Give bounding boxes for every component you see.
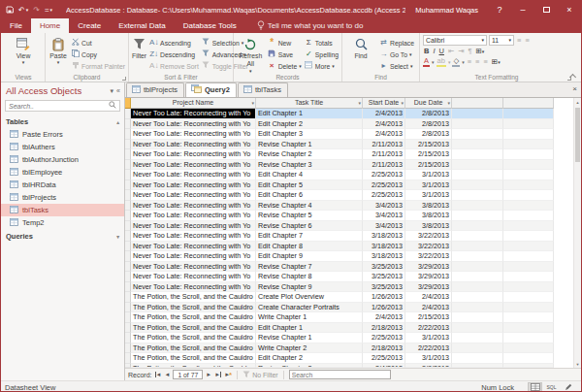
cell-project-name[interactable]: Never Too Late: Reconnecting with Yo: [131, 109, 256, 119]
cell-task-title[interactable]: Create Plot Overview: [256, 292, 363, 303]
cell-empty[interactable]: [452, 343, 503, 354]
cell-empty[interactable]: [503, 180, 554, 191]
indent-increase-icon[interactable]: ⇥: [457, 47, 465, 56]
cell-due-date[interactable]: 3/1/2013: [405, 190, 452, 201]
cell-empty[interactable]: [503, 231, 554, 242]
cell-empty[interactable]: [503, 190, 554, 201]
cell-empty[interactable]: [503, 333, 554, 343]
replace-button[interactable]: ⇄ Replace: [379, 37, 414, 49]
shutter-bar-close-icon[interactable]: «: [116, 87, 120, 94]
cell-start-date[interactable]: 3/18/2013: [363, 251, 405, 262]
cell-empty[interactable]: [503, 211, 554, 221]
cell-empty[interactable]: [503, 170, 554, 180]
cell-start-date[interactable]: 3/25/2013: [363, 262, 405, 273]
cell-project-name[interactable]: Never Too Late: Reconnecting with Yo: [131, 211, 256, 221]
cell-task-title[interactable]: Revise Chapter 1: [256, 333, 363, 343]
cell-empty[interactable]: [452, 221, 503, 232]
cell-due-date[interactable]: 3/8/2013: [405, 211, 452, 221]
cell-task-title[interactable]: Revise Chapter 5: [256, 211, 363, 221]
account-name[interactable]: Muhammad Waqas: [415, 6, 478, 15]
cell-start-date[interactable]: 3/4/2013: [363, 201, 405, 212]
tab-file[interactable]: File: [1, 18, 31, 33]
delete-record-button[interactable]: × Delete▾: [268, 60, 302, 72]
nav-search-input[interactable]: [9, 103, 109, 110]
cell-project-name[interactable]: Never Too Late: Reconnecting with Yo: [131, 242, 256, 252]
cell-due-date[interactable]: 2/4/2013: [405, 303, 452, 313]
cell-task-title[interactable]: Revise Chapter 4: [256, 201, 363, 212]
cell-empty[interactable]: [503, 251, 554, 262]
cell-empty[interactable]: [452, 282, 503, 293]
cell-due-date[interactable]: 3/1/2013: [405, 353, 452, 364]
maximize-button[interactable]: [534, 1, 558, 18]
sidebar-item-tblhrdata[interactable]: tblHRData: [1, 179, 124, 191]
cell-start-date[interactable]: 2/4/2013: [363, 119, 405, 130]
cell-empty[interactable]: [503, 160, 554, 171]
cell-empty[interactable]: [452, 211, 503, 221]
cell-empty[interactable]: [452, 170, 503, 180]
cell-task-title[interactable]: Edit Chapter 9: [256, 251, 363, 262]
cell-project-name[interactable]: Never Too Late: Reconnecting with Yo: [131, 201, 256, 212]
first-record-button[interactable]: ◄: [155, 372, 162, 377]
clipboard-dialog-launcher-icon[interactable]: [122, 77, 126, 81]
design-view-icon[interactable]: [561, 382, 575, 392]
cell-task-title[interactable]: Edit Chapter 2: [256, 353, 363, 364]
cell-task-title[interactable]: Edit Chapter 1: [256, 109, 363, 119]
cell-empty[interactable]: [452, 333, 503, 343]
cell-empty[interactable]: [452, 190, 503, 201]
remove-sort-button[interactable]: A↓ Remove Sort: [149, 60, 199, 72]
record-position[interactable]: 1 of 77: [173, 370, 203, 379]
save-record-button[interactable]: Save: [268, 49, 302, 60]
datasheet-view-icon[interactable]: [528, 382, 542, 392]
cell-due-date[interactable]: 3/8/2013: [405, 364, 452, 369]
cell-start-date[interactable]: 3/4/2013: [363, 364, 405, 369]
close-button[interactable]: ×: [558, 1, 581, 18]
align-left-icon[interactable]: ≡: [467, 57, 472, 67]
highlight-color-icon[interactable]: ab: [436, 57, 446, 67]
cell-due-date[interactable]: 2/15/2013: [405, 149, 452, 160]
column-header-task-title[interactable]: Task Title▾: [256, 98, 363, 109]
cell-empty[interactable]: [503, 221, 554, 232]
sidebar-item-tblprojects[interactable]: tblProjects: [1, 191, 124, 204]
column-dropdown-icon[interactable]: ▾: [358, 98, 361, 108]
cell-start-date[interactable]: 3/4/2013: [363, 221, 405, 232]
view-button[interactable]: View▾: [8, 35, 39, 65]
cell-due-date[interactable]: 2/4/2013: [405, 292, 452, 303]
cell-project-name[interactable]: Never Too Late: Reconnecting with Yo: [131, 140, 256, 150]
cell-start-date[interactable]: 2/4/2013: [363, 129, 405, 140]
cell-task-title[interactable]: Edit Chapter 7: [256, 231, 363, 242]
cell-due-date[interactable]: 3/29/2013: [405, 282, 452, 293]
cell-start-date[interactable]: 2/18/2013: [363, 343, 405, 354]
scroll-up-icon[interactable]: ▲: [574, 98, 581, 106]
tab-home[interactable]: Home: [31, 18, 69, 33]
gridlines-icon[interactable]: ⊞▾: [475, 47, 486, 56]
cell-start-date[interactable]: 2/11/2013: [363, 149, 405, 160]
cell-project-name[interactable]: Never Too Late: Reconnecting with Yo: [131, 149, 256, 160]
cell-start-date[interactable]: 2/11/2013: [363, 160, 405, 171]
numbered-list-icon[interactable]: ≡: [524, 36, 530, 46]
cell-start-date[interactable]: 3/18/2013: [363, 242, 405, 252]
cell-task-title[interactable]: Edit Chapter 3: [256, 129, 363, 140]
more-button[interactable]: More▾: [305, 60, 339, 72]
minimize-button[interactable]: –: [511, 1, 534, 18]
column-dropdown-icon[interactable]: ▾: [251, 98, 254, 108]
background-color-icon[interactable]: ◇: [452, 57, 460, 67]
cell-project-name[interactable]: The Potion, the Scroll, and the Cauldro: [131, 353, 256, 364]
cell-task-title[interactable]: Edit Chapter 2: [256, 119, 363, 130]
column-header-project-name[interactable]: Project Name▾: [131, 98, 256, 109]
cell-task-title[interactable]: Write Chapter 1: [256, 312, 363, 323]
goto-button[interactable]: → Go To▾: [379, 49, 414, 60]
cell-empty[interactable]: [452, 109, 503, 119]
cell-due-date[interactable]: 3/8/2013: [405, 201, 452, 212]
cell-empty[interactable]: [452, 129, 503, 140]
cell-start-date[interactable]: 2/11/2013: [363, 140, 405, 150]
column-dropdown-icon[interactable]: ▾: [447, 98, 450, 108]
cell-empty[interactable]: [452, 140, 503, 150]
cell-empty[interactable]: [452, 364, 503, 369]
cell-due-date[interactable]: 2/8/2013: [405, 129, 452, 140]
last-record-button[interactable]: ►: [214, 372, 221, 377]
cell-task-title[interactable]: Create Character Portraits: [256, 303, 363, 313]
cell-project-name[interactable]: Never Too Late: Reconnecting with Yo: [131, 231, 256, 242]
cell-task-title[interactable]: Edit Chapter 5: [256, 180, 363, 191]
font-size-select[interactable]: 11▾: [489, 35, 514, 46]
cell-empty[interactable]: [452, 242, 503, 252]
